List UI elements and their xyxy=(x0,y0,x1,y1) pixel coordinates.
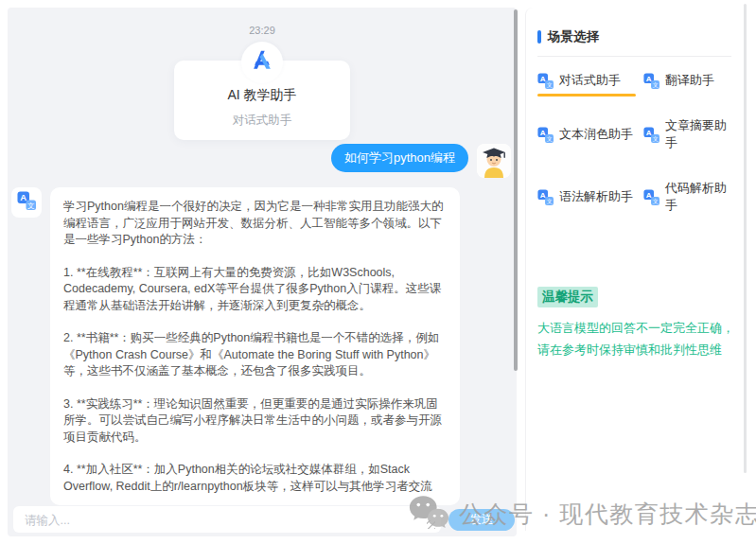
sidebar-header-label: 场景选择 xyxy=(548,28,599,45)
message-input-bar: 发送 xyxy=(13,505,515,534)
scene-item-grammar-analysis-assistant[interactable]: 语法解析助手 xyxy=(537,180,643,219)
translate-icon xyxy=(643,189,659,205)
chat-panel: 23:29 AI 教学助手 对话式助手 如何学习python编程 xyxy=(8,8,517,536)
assistant-subtitle: 对话式助手 xyxy=(174,113,350,129)
scene-item-text-polish-assistant[interactable]: 文本润色助手 xyxy=(537,117,643,156)
sidebar-header: 场景选择 xyxy=(537,28,731,45)
scene-item-label: 文章摘要助手 xyxy=(665,117,731,151)
chat-scrollbar[interactable] xyxy=(514,9,518,371)
tip-badge: 温馨提示 xyxy=(537,287,598,307)
assistant-avatar xyxy=(11,187,42,218)
user-avatar xyxy=(477,144,511,178)
translate-icon xyxy=(643,73,659,89)
translate-icon xyxy=(537,189,554,205)
scene-grid: 对话式助手 翻译助手 文本润色助手 文章摘要助手 语法解析助手 代码解析助手 xyxy=(537,72,731,219)
message-timestamp: 23:29 xyxy=(8,25,517,36)
scene-sidebar: 场景选择 对话式助手 翻译助手 文本润色助手 文章摘要助手 语法解析助手 xyxy=(525,8,745,531)
user-message-row: 如何学习python编程 xyxy=(331,144,511,178)
student-avatar-icon xyxy=(477,165,511,178)
translate-icon xyxy=(17,191,36,214)
app-window: 23:29 AI 教学助手 对话式助手 如何学习python编程 xyxy=(0,0,756,544)
scene-item-label: 语法解析助手 xyxy=(559,188,633,205)
assistant-message-row: 学习Python编程是一个很好的决定，因为它是一种非常实用且功能强大的编程语言，… xyxy=(9,187,460,505)
send-button[interactable]: 发送 xyxy=(448,509,515,531)
scene-item-conversational-assistant[interactable]: 对话式助手 xyxy=(537,72,643,94)
sidebar-divider xyxy=(537,56,731,57)
welcome-card: AI 教学助手 对话式助手 xyxy=(174,61,350,140)
assistant-logo-badge xyxy=(241,42,283,83)
assistant-paragraph: 4. **加入社区**：加入Python相关的论坛或社交媒体群组，如Stack … xyxy=(63,462,447,495)
tip-text: 大语言模型的回答不一定完全正确，请在参考时保持审慎和批判性思维 xyxy=(537,317,740,360)
scene-item-label: 文本润色助手 xyxy=(559,126,633,143)
message-input[interactable] xyxy=(13,506,441,533)
assistant-paragraph: 2. **书籍**：购买一些经典的Python编程书籍也是一个不错的选择，例如《… xyxy=(63,330,447,380)
translate-icon xyxy=(643,127,659,143)
user-message-bubble: 如何学习python编程 xyxy=(331,144,468,172)
scene-item-label: 代码解析助手 xyxy=(665,180,731,214)
scene-item-article-summary-assistant[interactable]: 文章摘要助手 xyxy=(643,117,731,156)
scene-item-label: 翻译助手 xyxy=(665,72,714,89)
assistant-paragraph: 学习Python编程是一个很好的决定，因为它是一种非常实用且功能强大的编程语言，… xyxy=(63,199,447,249)
assistant-message-bubble: 学习Python编程是一个很好的决定，因为它是一种非常实用且功能强大的编程语言，… xyxy=(50,187,460,505)
scene-item-translation-assistant[interactable]: 翻译助手 xyxy=(643,72,731,94)
scene-item-code-analysis-assistant[interactable]: 代码解析助手 xyxy=(643,180,731,219)
scene-item-label: 对话式助手 xyxy=(559,72,621,89)
header-accent-bar xyxy=(537,30,541,44)
translate-icon xyxy=(537,73,554,89)
assistant-paragraph: 1. **在线教程**：互联网上有大量的免费资源，比如W3Schools, Co… xyxy=(63,265,447,315)
translate-icon xyxy=(537,127,554,143)
ai-logo-icon xyxy=(248,46,276,79)
assistant-paragraph: 3. **实践练习**：理论知识固然重要，但更重要的是通过实际操作来巩固所学。可… xyxy=(63,396,447,447)
page-scrollbar-track[interactable] xyxy=(744,4,747,473)
resize-grip-icon[interactable] xyxy=(427,520,435,529)
